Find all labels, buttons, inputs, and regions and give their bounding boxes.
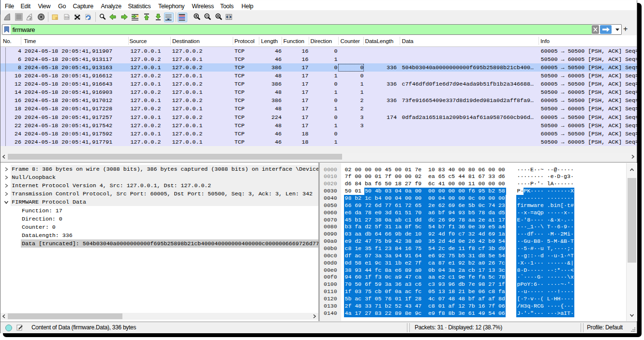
svg-text:010: 010 [65, 16, 69, 19]
